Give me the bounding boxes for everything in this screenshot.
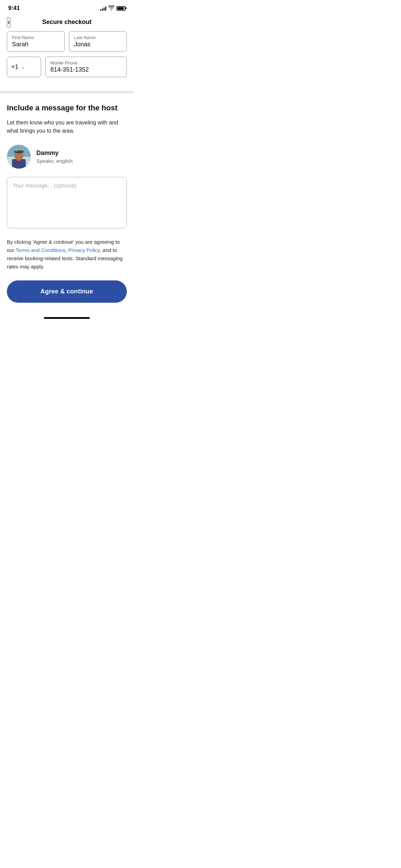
status-bar: 9:41 bbox=[0, 0, 134, 14]
host-language: Speaks: english bbox=[36, 158, 73, 164]
last-name-field[interactable]: Last Name Jonas bbox=[69, 31, 127, 52]
first-name-field[interactable]: First Name Sarah bbox=[7, 31, 65, 52]
phone-row: +1 ⌄ Mobile Phone 814-351-1352 bbox=[7, 57, 127, 77]
status-time: 9:41 bbox=[8, 5, 20, 12]
phone-value: 814-351-1352 bbox=[50, 66, 122, 73]
message-placeholder: Your message... (optional) bbox=[13, 183, 76, 189]
first-name-label: First Name bbox=[12, 35, 60, 40]
host-details: Dammy Speaks: english bbox=[36, 149, 73, 164]
wifi-icon bbox=[108, 5, 114, 11]
last-name-label: Last Name bbox=[74, 35, 122, 40]
message-section: Include a message for the host Let them … bbox=[0, 94, 134, 228]
country-code-selector[interactable]: +1 ⌄ bbox=[7, 57, 41, 77]
svg-rect-7 bbox=[15, 150, 18, 152]
legal-section: By clicking 'Agree & continue' you are a… bbox=[0, 238, 134, 271]
chevron-down-icon: ⌄ bbox=[21, 64, 25, 70]
terms-link[interactable]: Terms and Conditions bbox=[16, 247, 65, 253]
button-section: Agree & continue bbox=[0, 280, 134, 313]
message-textarea[interactable]: Your message... (optional) bbox=[7, 177, 127, 228]
privacy-link[interactable]: Privacy Policy bbox=[68, 247, 100, 253]
country-code-value: +1 bbox=[11, 63, 19, 71]
host-avatar bbox=[7, 145, 31, 169]
home-bar bbox=[44, 317, 90, 319]
legal-text: By clicking 'Agree & continue' you are a… bbox=[7, 238, 127, 271]
phone-field[interactable]: Mobile Phone 814-351-1352 bbox=[45, 57, 127, 77]
name-row: First Name Sarah Last Name Jonas bbox=[7, 31, 127, 52]
header: ‹ Secure checkout bbox=[0, 14, 134, 31]
signal-bars-icon bbox=[100, 6, 106, 11]
host-avatar-image bbox=[7, 145, 31, 169]
message-section-description: Let them know who you are traveling with… bbox=[7, 119, 127, 135]
phone-label: Mobile Phone bbox=[50, 60, 122, 65]
message-section-title: Include a message for the host bbox=[7, 103, 127, 113]
battery-icon bbox=[117, 6, 125, 11]
section-divider bbox=[0, 91, 134, 94]
home-indicator bbox=[0, 313, 134, 322]
last-name-value: Jonas bbox=[74, 41, 122, 48]
first-name-value: Sarah bbox=[12, 41, 60, 48]
legal-comma: , bbox=[65, 247, 68, 253]
form-section: First Name Sarah Last Name Jonas +1 ⌄ Mo… bbox=[0, 31, 134, 84]
agree-continue-button[interactable]: Agree & continue bbox=[7, 280, 127, 303]
host-name: Dammy bbox=[36, 149, 73, 157]
host-info: Dammy Speaks: english bbox=[7, 145, 127, 169]
back-button[interactable]: ‹ bbox=[7, 17, 11, 27]
status-icons bbox=[100, 5, 125, 11]
page-title: Secure checkout bbox=[42, 19, 92, 26]
